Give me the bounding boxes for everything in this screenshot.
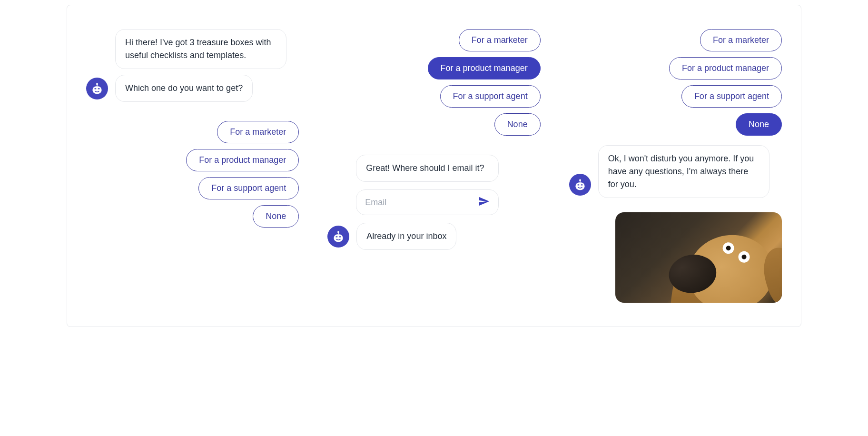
svg-rect-8 xyxy=(336,236,338,237)
svg-rect-4 xyxy=(98,88,100,89)
email-input-container xyxy=(356,189,499,215)
bot-message: Great! Where should I email it? xyxy=(356,155,499,182)
svg-point-10 xyxy=(579,179,581,181)
bot-avatar-icon xyxy=(569,174,591,196)
option-product-manager[interactable]: For a product manager xyxy=(186,149,299,171)
option-none[interactable]: None xyxy=(736,113,782,136)
option-marketer[interactable]: For a marketer xyxy=(217,121,299,143)
option-marketer[interactable]: For a marketer xyxy=(700,29,782,51)
svg-rect-13 xyxy=(577,184,579,185)
chat-column-2: For a marketer For a product manager For… xyxy=(327,29,540,303)
svg-rect-14 xyxy=(581,184,582,185)
option-none[interactable]: None xyxy=(253,205,299,228)
svg-rect-11 xyxy=(580,181,581,182)
chat-column-3: For a marketer For a product manager For… xyxy=(569,29,782,303)
svg-rect-2 xyxy=(92,86,101,94)
option-product-manager[interactable]: For a product manager xyxy=(669,57,782,79)
bot-message: Ok, I won't disturb you anymore. If you … xyxy=(598,145,769,198)
bot-message-row: Hi there! I've got 3 treasure boxes with… xyxy=(86,29,299,102)
svg-point-5 xyxy=(337,231,339,233)
quick-reply-options: For a marketer For a product manager For… xyxy=(86,121,299,228)
bot-message: Already in your inbox xyxy=(356,223,456,250)
bot-messages-group: Hi there! I've got 3 treasure boxes with… xyxy=(115,29,286,102)
bot-avatar-icon xyxy=(86,78,108,99)
dog-gif-image xyxy=(615,212,782,303)
email-section: Great! Where should I email it? xyxy=(327,155,540,250)
quick-reply-options: For a marketer For a product manager For… xyxy=(569,29,782,136)
svg-rect-7 xyxy=(334,234,343,242)
bot-avatar-icon xyxy=(327,226,349,248)
bot-followup-row: Already in your inbox xyxy=(327,223,540,250)
bot-message: Hi there! I've got 3 treasure boxes with… xyxy=(115,29,286,69)
svg-point-0 xyxy=(96,83,98,85)
option-support-agent[interactable]: For a support agent xyxy=(440,85,541,108)
option-support-agent[interactable]: For a support agent xyxy=(198,177,299,199)
svg-rect-1 xyxy=(97,85,98,86)
svg-rect-12 xyxy=(575,182,584,190)
quick-reply-options: For a marketer For a product manager For… xyxy=(327,29,540,136)
chat-column-1: Hi there! I've got 3 treasure boxes with… xyxy=(86,29,299,303)
option-marketer[interactable]: For a marketer xyxy=(459,29,541,51)
svg-rect-6 xyxy=(338,233,339,234)
chatbot-examples-panel: Hi there! I've got 3 treasure boxes with… xyxy=(67,5,801,327)
option-product-manager[interactable]: For a product manager xyxy=(428,57,541,79)
svg-rect-3 xyxy=(94,88,96,89)
send-icon[interactable] xyxy=(478,196,490,209)
email-field[interactable] xyxy=(365,198,478,208)
svg-rect-9 xyxy=(339,236,341,237)
option-none[interactable]: None xyxy=(494,113,541,136)
option-support-agent[interactable]: For a support agent xyxy=(681,85,782,108)
bot-message-row: Ok, I won't disturb you anymore. If you … xyxy=(569,145,782,198)
bot-message: Which one do you want to get? xyxy=(115,75,253,102)
